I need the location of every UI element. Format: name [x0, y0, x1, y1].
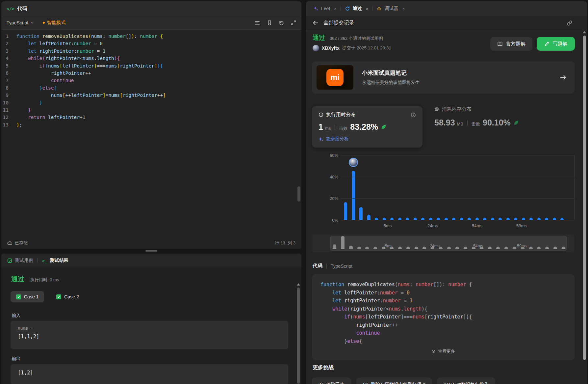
editor-scrollbar-thumb[interactable] [297, 186, 300, 202]
runtime-bar[interactable] [375, 218, 378, 220]
code-line: 8 }else{ [1, 84, 301, 92]
format-code-icon[interactable] [255, 20, 260, 26]
tab-debugger[interactable]: 调试器 × [376, 6, 405, 12]
complexity-analysis-link[interactable]: 复杂度分析 [319, 136, 416, 142]
username[interactable]: XBXyftx [322, 45, 340, 51]
runtime-bar[interactable] [499, 218, 502, 220]
runtime-bar[interactable] [398, 218, 401, 220]
runtime-bar[interactable] [545, 218, 548, 220]
challenge-chip[interactable]: 2460. 对数组执行操作 [437, 377, 495, 384]
minimap-bar [553, 247, 557, 249]
runtime-bar[interactable] [406, 218, 409, 220]
user-rank-marker-avatar[interactable] [349, 158, 358, 167]
view-more-button[interactable]: 查看更多 [320, 347, 566, 356]
case-pass-icon [56, 294, 61, 299]
arrow-right-icon[interactable] [559, 74, 567, 81]
tab-leet-label: Leet [321, 6, 330, 11]
minimap-bar [398, 247, 402, 249]
submitted-code: function removeDuplicates(nums: number[]… [320, 281, 566, 345]
runtime-bar[interactable] [468, 218, 471, 220]
scroll-up-arrow[interactable] [583, 31, 586, 33]
runtime-bar[interactable] [522, 218, 525, 220]
runtime-bar[interactable] [460, 218, 463, 220]
tab-testcases[interactable]: 测试用例 [7, 258, 33, 263]
input-label: 输入 [12, 313, 20, 318]
challenge-chip[interactable]: 27. 移除元素 [312, 377, 351, 384]
leaf-icon [513, 120, 519, 126]
language-selector[interactable]: TypeScript [7, 20, 34, 25]
divider [467, 120, 468, 125]
case-2-tab[interactable]: Case 2 [51, 291, 84, 302]
line-number: 1 [1, 33, 16, 40]
runtime-bar[interactable] [475, 218, 479, 220]
minimap-brush-window[interactable]: 5ms24ms54ms59ms [330, 236, 567, 251]
runtime-bar[interactable] [506, 218, 510, 220]
banner-subtitle: 永远相信美好的事情即将发生 [362, 80, 420, 86]
tab-passed-label: 通过 [353, 6, 362, 12]
runtime-bar[interactable] [514, 218, 517, 220]
runtime-bar[interactable] [359, 207, 363, 220]
memory-unit: MB [457, 122, 464, 126]
runtime-bar[interactable] [560, 218, 564, 220]
runtime-bar[interactable] [529, 218, 533, 220]
runtime-bar[interactable] [344, 202, 347, 220]
tab-testresult[interactable]: >_ 测试结果 [42, 258, 68, 263]
output-box: [1,2] [11, 364, 288, 384]
test-panel-scrollbar[interactable] [296, 283, 300, 384]
runtime-bar[interactable] [429, 218, 432, 220]
code-line: let leftPointer:number = 0 [320, 289, 566, 297]
minimap-bar [447, 247, 451, 249]
runtime-bar[interactable] [445, 218, 448, 220]
code-editor-area[interactable]: 1function removeDuplicates(nums: number[… [1, 30, 301, 237]
expand-icon[interactable] [291, 20, 296, 25]
runtime-bar[interactable] [437, 218, 440, 220]
runtime-bar[interactable] [367, 215, 371, 220]
scroll-up-arrow[interactable] [297, 283, 300, 286]
runtime-bar[interactable] [390, 218, 394, 220]
runtime-bar[interactable] [383, 218, 386, 220]
line-number: 6 [1, 69, 16, 77]
minimap-bar [373, 247, 377, 249]
scrollbar-thumb[interactable] [583, 36, 586, 360]
official-solution-label: 官方题解 [506, 41, 525, 47]
info-icon[interactable] [411, 112, 416, 118]
double-chevron-down-icon [431, 349, 436, 354]
runtime-bar[interactable] [483, 218, 486, 220]
runtime-bar[interactable] [491, 218, 494, 220]
runtime-bar[interactable] [352, 171, 355, 220]
input-box[interactable]: nums = [1,1,2] [11, 321, 288, 349]
runtime-bar[interactable] [553, 218, 556, 220]
user-avatar[interactable] [313, 45, 319, 51]
line-number: 13 [1, 121, 16, 128]
official-solution-button[interactable]: 官方题解 [490, 37, 532, 51]
reset-code-icon[interactable] [279, 20, 284, 26]
runtime-stat-card[interactable]: 执行用时分布 1 ms 击败 83.28% 复杂度分析 [312, 106, 422, 148]
case-1-tab[interactable]: Case 1 [11, 291, 44, 302]
smart-mode-toggle[interactable]: 智能模式 [43, 20, 65, 26]
beats-label: 击败 [472, 121, 480, 127]
runtime-bar[interactable] [537, 218, 541, 220]
tab-passed[interactable]: 通过 × [345, 6, 369, 12]
close-icon[interactable]: × [366, 6, 369, 11]
minimap-tick: 5ms [385, 244, 393, 248]
minimap-bar [545, 247, 549, 249]
runtime-bar[interactable] [452, 218, 455, 220]
memory-stat-card[interactable]: 消耗内存分布 58.93 MB 击败 90.10% [434, 106, 519, 127]
link-icon[interactable] [567, 20, 573, 26]
bookmark-icon[interactable] [267, 20, 272, 25]
panel-resize-handle[interactable] [145, 250, 157, 252]
challenge-chip[interactable]: 80. 删除有序数组中的重复项 II [356, 377, 432, 384]
close-icon[interactable]: × [402, 6, 405, 11]
close-icon[interactable]: × [334, 6, 337, 11]
right-panel-scrollbar[interactable] [582, 31, 586, 384]
runtime-bar[interactable] [414, 218, 417, 220]
minimap-bar [333, 244, 336, 249]
y-axis-tick: 60% [330, 153, 338, 158]
tab-leet[interactable]: Leet × [313, 6, 337, 11]
scrollbar-thumb[interactable] [297, 288, 300, 384]
runtime-bar[interactable] [421, 218, 424, 220]
write-solution-button[interactable]: 写题解 [537, 37, 575, 51]
gridline [341, 177, 574, 177]
back-arrow-icon[interactable] [313, 20, 319, 26]
xiaomi-ad-banner[interactable]: mi 小米面试真题笔记 永远相信美好的事情即将发生 [312, 61, 575, 94]
